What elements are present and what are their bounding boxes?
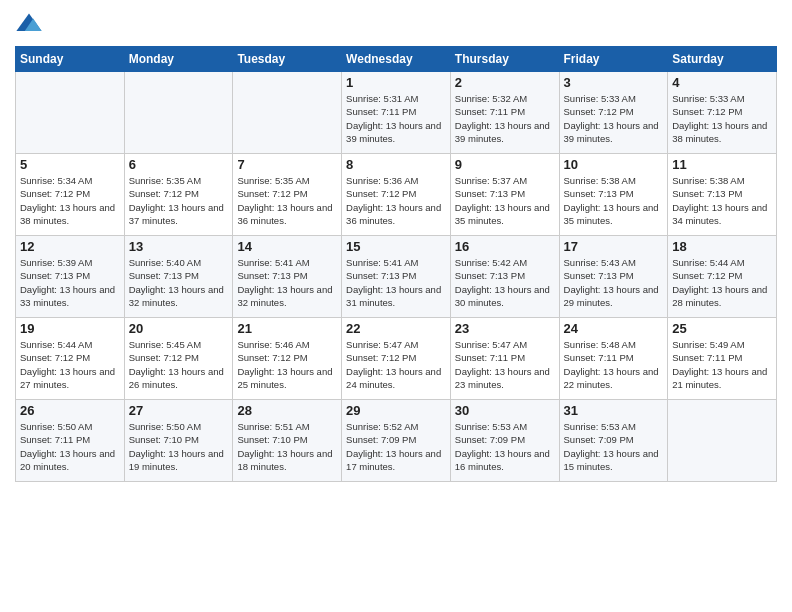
calendar-cell: 26Sunrise: 5:50 AMSunset: 7:11 PMDayligh… xyxy=(16,400,125,482)
day-info: Sunrise: 5:44 AMSunset: 7:12 PMDaylight:… xyxy=(672,256,772,309)
weekday-header: Tuesday xyxy=(233,47,342,72)
day-number: 22 xyxy=(346,321,446,336)
day-number: 13 xyxy=(129,239,229,254)
weekday-row: SundayMondayTuesdayWednesdayThursdayFrid… xyxy=(16,47,777,72)
calendar-cell: 27Sunrise: 5:50 AMSunset: 7:10 PMDayligh… xyxy=(124,400,233,482)
calendar-cell: 18Sunrise: 5:44 AMSunset: 7:12 PMDayligh… xyxy=(668,236,777,318)
day-info: Sunrise: 5:42 AMSunset: 7:13 PMDaylight:… xyxy=(455,256,555,309)
day-info: Sunrise: 5:44 AMSunset: 7:12 PMDaylight:… xyxy=(20,338,120,391)
day-info: Sunrise: 5:47 AMSunset: 7:11 PMDaylight:… xyxy=(455,338,555,391)
day-info: Sunrise: 5:43 AMSunset: 7:13 PMDaylight:… xyxy=(564,256,664,309)
day-number: 12 xyxy=(20,239,120,254)
day-number: 14 xyxy=(237,239,337,254)
day-info: Sunrise: 5:48 AMSunset: 7:11 PMDaylight:… xyxy=(564,338,664,391)
day-info: Sunrise: 5:35 AMSunset: 7:12 PMDaylight:… xyxy=(129,174,229,227)
day-info: Sunrise: 5:33 AMSunset: 7:12 PMDaylight:… xyxy=(564,92,664,145)
day-info: Sunrise: 5:41 AMSunset: 7:13 PMDaylight:… xyxy=(346,256,446,309)
calendar-cell: 7Sunrise: 5:35 AMSunset: 7:12 PMDaylight… xyxy=(233,154,342,236)
calendar-cell: 10Sunrise: 5:38 AMSunset: 7:13 PMDayligh… xyxy=(559,154,668,236)
header xyxy=(15,10,777,38)
calendar-cell: 11Sunrise: 5:38 AMSunset: 7:13 PMDayligh… xyxy=(668,154,777,236)
weekday-header: Monday xyxy=(124,47,233,72)
calendar-week-row: 12Sunrise: 5:39 AMSunset: 7:13 PMDayligh… xyxy=(16,236,777,318)
calendar-header: SundayMondayTuesdayWednesdayThursdayFrid… xyxy=(16,47,777,72)
calendar-week-row: 19Sunrise: 5:44 AMSunset: 7:12 PMDayligh… xyxy=(16,318,777,400)
calendar-cell: 19Sunrise: 5:44 AMSunset: 7:12 PMDayligh… xyxy=(16,318,125,400)
day-number: 28 xyxy=(237,403,337,418)
day-info: Sunrise: 5:41 AMSunset: 7:13 PMDaylight:… xyxy=(237,256,337,309)
day-number: 24 xyxy=(564,321,664,336)
calendar-cell: 2Sunrise: 5:32 AMSunset: 7:11 PMDaylight… xyxy=(450,72,559,154)
day-number: 10 xyxy=(564,157,664,172)
day-info: Sunrise: 5:38 AMSunset: 7:13 PMDaylight:… xyxy=(672,174,772,227)
day-info: Sunrise: 5:50 AMSunset: 7:10 PMDaylight:… xyxy=(129,420,229,473)
day-number: 6 xyxy=(129,157,229,172)
day-info: Sunrise: 5:35 AMSunset: 7:12 PMDaylight:… xyxy=(237,174,337,227)
day-number: 29 xyxy=(346,403,446,418)
calendar-cell xyxy=(124,72,233,154)
calendar-cell: 1Sunrise: 5:31 AMSunset: 7:11 PMDaylight… xyxy=(342,72,451,154)
calendar-week-row: 26Sunrise: 5:50 AMSunset: 7:11 PMDayligh… xyxy=(16,400,777,482)
day-number: 21 xyxy=(237,321,337,336)
day-number: 18 xyxy=(672,239,772,254)
calendar-cell: 12Sunrise: 5:39 AMSunset: 7:13 PMDayligh… xyxy=(16,236,125,318)
day-number: 2 xyxy=(455,75,555,90)
calendar-cell: 31Sunrise: 5:53 AMSunset: 7:09 PMDayligh… xyxy=(559,400,668,482)
calendar-cell xyxy=(16,72,125,154)
day-number: 5 xyxy=(20,157,120,172)
day-info: Sunrise: 5:34 AMSunset: 7:12 PMDaylight:… xyxy=(20,174,120,227)
day-number: 31 xyxy=(564,403,664,418)
calendar-cell: 9Sunrise: 5:37 AMSunset: 7:13 PMDaylight… xyxy=(450,154,559,236)
page: SundayMondayTuesdayWednesdayThursdayFrid… xyxy=(0,0,792,612)
calendar-body: 1Sunrise: 5:31 AMSunset: 7:11 PMDaylight… xyxy=(16,72,777,482)
day-info: Sunrise: 5:40 AMSunset: 7:13 PMDaylight:… xyxy=(129,256,229,309)
day-number: 8 xyxy=(346,157,446,172)
day-number: 30 xyxy=(455,403,555,418)
calendar-cell: 21Sunrise: 5:46 AMSunset: 7:12 PMDayligh… xyxy=(233,318,342,400)
calendar-cell: 13Sunrise: 5:40 AMSunset: 7:13 PMDayligh… xyxy=(124,236,233,318)
calendar-cell: 5Sunrise: 5:34 AMSunset: 7:12 PMDaylight… xyxy=(16,154,125,236)
day-number: 11 xyxy=(672,157,772,172)
day-number: 25 xyxy=(672,321,772,336)
calendar-cell: 16Sunrise: 5:42 AMSunset: 7:13 PMDayligh… xyxy=(450,236,559,318)
day-info: Sunrise: 5:37 AMSunset: 7:13 PMDaylight:… xyxy=(455,174,555,227)
weekday-header: Sunday xyxy=(16,47,125,72)
calendar-week-row: 5Sunrise: 5:34 AMSunset: 7:12 PMDaylight… xyxy=(16,154,777,236)
day-number: 17 xyxy=(564,239,664,254)
day-info: Sunrise: 5:33 AMSunset: 7:12 PMDaylight:… xyxy=(672,92,772,145)
weekday-header: Friday xyxy=(559,47,668,72)
day-info: Sunrise: 5:53 AMSunset: 7:09 PMDaylight:… xyxy=(455,420,555,473)
day-info: Sunrise: 5:46 AMSunset: 7:12 PMDaylight:… xyxy=(237,338,337,391)
calendar-cell: 4Sunrise: 5:33 AMSunset: 7:12 PMDaylight… xyxy=(668,72,777,154)
day-number: 15 xyxy=(346,239,446,254)
weekday-header: Wednesday xyxy=(342,47,451,72)
day-info: Sunrise: 5:31 AMSunset: 7:11 PMDaylight:… xyxy=(346,92,446,145)
day-number: 20 xyxy=(129,321,229,336)
calendar-cell: 25Sunrise: 5:49 AMSunset: 7:11 PMDayligh… xyxy=(668,318,777,400)
day-number: 1 xyxy=(346,75,446,90)
day-info: Sunrise: 5:38 AMSunset: 7:13 PMDaylight:… xyxy=(564,174,664,227)
day-info: Sunrise: 5:51 AMSunset: 7:10 PMDaylight:… xyxy=(237,420,337,473)
calendar-cell: 22Sunrise: 5:47 AMSunset: 7:12 PMDayligh… xyxy=(342,318,451,400)
calendar-week-row: 1Sunrise: 5:31 AMSunset: 7:11 PMDaylight… xyxy=(16,72,777,154)
calendar-cell: 8Sunrise: 5:36 AMSunset: 7:12 PMDaylight… xyxy=(342,154,451,236)
calendar-cell: 29Sunrise: 5:52 AMSunset: 7:09 PMDayligh… xyxy=(342,400,451,482)
logo xyxy=(15,10,47,38)
day-info: Sunrise: 5:47 AMSunset: 7:12 PMDaylight:… xyxy=(346,338,446,391)
day-number: 16 xyxy=(455,239,555,254)
day-number: 23 xyxy=(455,321,555,336)
calendar-cell: 3Sunrise: 5:33 AMSunset: 7:12 PMDaylight… xyxy=(559,72,668,154)
day-number: 27 xyxy=(129,403,229,418)
calendar-cell xyxy=(668,400,777,482)
calendar-cell: 17Sunrise: 5:43 AMSunset: 7:13 PMDayligh… xyxy=(559,236,668,318)
calendar-cell: 15Sunrise: 5:41 AMSunset: 7:13 PMDayligh… xyxy=(342,236,451,318)
day-info: Sunrise: 5:50 AMSunset: 7:11 PMDaylight:… xyxy=(20,420,120,473)
day-info: Sunrise: 5:32 AMSunset: 7:11 PMDaylight:… xyxy=(455,92,555,145)
calendar-cell: 24Sunrise: 5:48 AMSunset: 7:11 PMDayligh… xyxy=(559,318,668,400)
logo-icon xyxy=(15,10,43,38)
day-number: 9 xyxy=(455,157,555,172)
calendar-cell: 30Sunrise: 5:53 AMSunset: 7:09 PMDayligh… xyxy=(450,400,559,482)
weekday-header: Thursday xyxy=(450,47,559,72)
calendar-cell: 23Sunrise: 5:47 AMSunset: 7:11 PMDayligh… xyxy=(450,318,559,400)
day-number: 26 xyxy=(20,403,120,418)
